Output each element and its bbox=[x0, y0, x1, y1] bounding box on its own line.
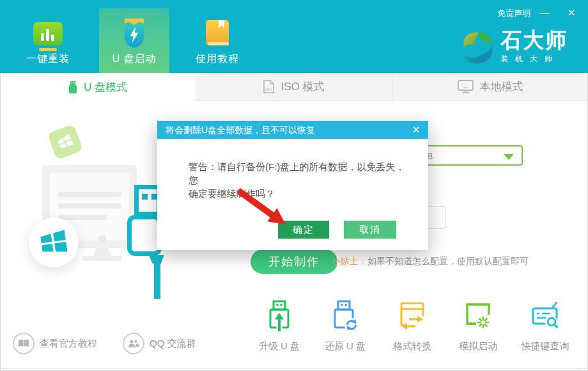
tool-hotkey-query[interactable]: 快捷键查询 bbox=[514, 299, 576, 352]
usb-mode-icon bbox=[68, 81, 77, 93]
simulate-boot-icon bbox=[463, 299, 493, 333]
tip-line: 小贴士：如果不知道怎么配置，使用默认配置即可 bbox=[332, 256, 529, 267]
official-tutorial-link[interactable]: 查看官方教程 bbox=[13, 333, 97, 354]
tool-label: 模拟启动 bbox=[447, 340, 509, 352]
app-window: 一键重装 U 盘启动 使用教程 bbox=[0, 0, 588, 371]
tool-format-convert[interactable]: 格式转换 bbox=[382, 299, 443, 352]
header-bar: 一键重装 U 盘启动 使用教程 bbox=[0, 0, 588, 73]
footer-link-label: 查看官方教程 bbox=[40, 338, 97, 350]
tutorial-book-icon bbox=[203, 19, 231, 49]
dialog-message-line1: 警告：请自行备份(F:)盘上的所有数据，以免丢失，您 bbox=[189, 160, 410, 187]
dialog-message: 警告：请自行备份(F:)盘上的所有数据，以免丢失，您 确定要继续制作吗？ bbox=[189, 160, 410, 200]
hotkey-query-icon bbox=[530, 299, 560, 333]
nav-item-tutorial[interactable]: 使用教程 bbox=[182, 8, 252, 73]
format-convert-icon bbox=[398, 299, 427, 333]
dialog-title: 将会删除U盘全部数据，且不可以恢复 bbox=[157, 121, 428, 139]
book-icon bbox=[13, 333, 35, 354]
cancel-button[interactable]: 取消 bbox=[344, 221, 396, 239]
windows-logo-badge bbox=[29, 217, 79, 267]
minimize-button[interactable]: — bbox=[537, 5, 552, 20]
reinstall-chart-icon bbox=[33, 22, 63, 45]
brand-logo: 石大师 装机大师 bbox=[460, 29, 568, 66]
nav-item-one-key-reinstall[interactable]: 一键重装 bbox=[13, 8, 83, 73]
tip-text: 如果不知道怎么配置，使用默认配置即可 bbox=[368, 256, 529, 266]
tool-label: 还原 U 盘 bbox=[314, 340, 376, 352]
reinstall-underline-icon bbox=[39, 48, 57, 51]
tab-label: ISO 模式 bbox=[281, 79, 324, 94]
tool-restore-usb[interactable]: 还原 U 盘 bbox=[314, 299, 376, 352]
start-make-button[interactable]: 开始制作 bbox=[251, 249, 337, 274]
tab-local-mode[interactable]: 本地模式 bbox=[392, 73, 588, 101]
tab-iso-mode[interactable]: ISO ISO 模式 bbox=[196, 73, 392, 101]
footer-link-label: QQ 交流群 bbox=[150, 338, 196, 350]
tool-simulate-boot[interactable]: 模拟启动 bbox=[447, 299, 509, 352]
dialog-message-line2: 确定要继续制作吗？ bbox=[189, 187, 410, 200]
tab-label: U 盘模式 bbox=[84, 80, 127, 95]
usb-pin-icon bbox=[151, 194, 157, 200]
usb-restore-icon bbox=[330, 299, 360, 333]
tool-label: 升级 U 盘 bbox=[249, 340, 310, 352]
usb-upgrade-icon bbox=[265, 299, 294, 333]
nav-label: U 盘启动 bbox=[99, 52, 169, 66]
monitor-base bbox=[82, 256, 122, 261]
brand-swirl-icon bbox=[460, 29, 495, 66]
usb-cable-illustration bbox=[154, 263, 160, 299]
close-button[interactable]: ✕ bbox=[564, 5, 579, 20]
iso-file-icon: ISO bbox=[263, 80, 274, 93]
local-mode-monitor-icon bbox=[458, 80, 474, 93]
people-icon bbox=[123, 333, 144, 354]
chevron-down-icon bbox=[504, 154, 514, 160]
confirm-button[interactable]: 确定 bbox=[278, 221, 329, 239]
usb-boot-shield-icon bbox=[121, 18, 147, 49]
tip-label: 小贴士： bbox=[332, 256, 368, 266]
nav-label: 一键重装 bbox=[13, 52, 83, 66]
disclaimer-link[interactable]: 免责声明 bbox=[497, 8, 530, 19]
brand-subtitle: 装机大师 bbox=[500, 54, 568, 65]
usb-body-illustration bbox=[127, 215, 162, 256]
tool-label: 格式转换 bbox=[382, 340, 443, 352]
brand-name: 石大师 bbox=[500, 29, 568, 52]
svg-text:ISO: ISO bbox=[265, 88, 272, 91]
tab-label: 本地模式 bbox=[480, 79, 523, 94]
tool-label: 快捷键查询 bbox=[514, 340, 576, 352]
mode-tabs: U 盘模式 ISO ISO 模式 本地模式 bbox=[0, 73, 588, 101]
windows-deco-icon bbox=[47, 124, 83, 160]
nav-item-usb-boot[interactable]: U 盘启动 bbox=[99, 8, 169, 73]
tab-usb-mode[interactable]: U 盘模式 bbox=[0, 73, 196, 101]
confirm-dialog: 将会删除U盘全部数据，且不可以恢复 ✕ 警告：请自行备份(F:)盘上的所有数据，… bbox=[157, 121, 428, 250]
usb-pin-icon bbox=[142, 194, 148, 200]
nav-label: 使用教程 bbox=[182, 52, 252, 66]
tool-upgrade-usb[interactable]: 升级 U 盘 bbox=[249, 299, 310, 352]
dialog-close-button[interactable]: ✕ bbox=[408, 121, 424, 139]
qq-group-link[interactable]: QQ 交流群 bbox=[123, 333, 196, 354]
